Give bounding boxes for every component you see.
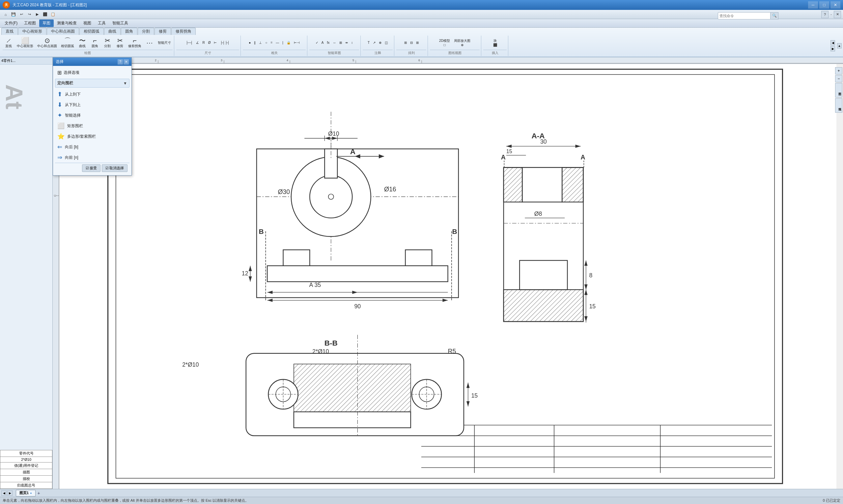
smart-auto-btn[interactable]: A (320, 40, 325, 45)
trim-corner-btn[interactable]: ⌐修剪拐角 (126, 36, 143, 49)
note-leader-btn[interactable]: ↗ (372, 40, 377, 45)
tab-prev-btn[interactable]: ◀ (1, 490, 6, 496)
ribbon-tab-curve[interactable]: 曲线 (104, 28, 121, 35)
redo-btn[interactable]: ↪ (26, 11, 33, 18)
nav-prev-btn[interactable]: ◀ (830, 40, 835, 46)
insert-block-btn[interactable]: 块⬛ (489, 38, 501, 48)
line-btn[interactable]: ⟋直线 (3, 36, 15, 49)
smart-offset-btn[interactable]: ⤄ (344, 40, 349, 45)
tangent-arc-btn[interactable]: ⌒相切圆弧 (59, 36, 76, 49)
drawing-area[interactable]: 卢薪宇 (59, 64, 837, 489)
view-region-btn[interactable]: 局部放大图⊕ (452, 38, 472, 48)
cancel-select-btn[interactable]: ☑ 取消选择 (102, 164, 127, 172)
ribbon-tab-arc[interactable]: 相切圆弧 (79, 28, 104, 35)
play-btn[interactable]: ▶ (34, 11, 41, 18)
view-2d-btn[interactable]: 2D模型□ (437, 38, 452, 48)
zoom-out-btn[interactable]: − (835, 75, 842, 82)
center-circle-btn[interactable]: ⊙中心和点画圆 (36, 36, 59, 49)
smart-pattern-btn[interactable]: ⊞ (338, 40, 343, 45)
accept-btn[interactable]: ☑ 接受 (82, 164, 101, 172)
tab-add-btn[interactable]: + (36, 490, 41, 496)
selection-dialog-body: ⊞ 选择选项 定向围栏 ▼ ⬆ 从上到下 ⬇ 从下到上 ✦ 智能选择 (53, 66, 131, 175)
select-poly-fence[interactable]: ⭐ 多边形/套索围栏 (55, 131, 129, 142)
rel-horiz-btn[interactable]: — (274, 40, 280, 45)
home-btn[interactable]: ⌂ (2, 11, 9, 18)
save-btn[interactable]: 💾 (10, 11, 17, 18)
arrange-space-btn[interactable]: ⊟ (409, 40, 414, 45)
split-btn[interactable]: ✂分割 (102, 36, 113, 49)
rel-midpoint-btn[interactable]: ⊢⊣ (292, 40, 301, 45)
menu-sketch[interactable]: 草图 (39, 19, 54, 27)
curve-btn[interactable]: 〜曲线 (76, 36, 88, 49)
search-input[interactable] (718, 12, 771, 19)
search-btn[interactable]: 🔍 (771, 12, 778, 19)
note-symbol-btn[interactable]: ⊕ (378, 40, 383, 45)
select-backward[interactable]: ⇐ 向后 [b] (55, 142, 129, 152)
menu-view[interactable]: 视图 (80, 19, 94, 27)
ribbon-tab-line[interactable]: 直线 (1, 28, 18, 35)
minimize-btn[interactable]: ─ (808, 1, 818, 8)
select-bottom-to-top[interactable]: ⬇ 从下到上 (55, 100, 129, 110)
rel-fix-btn[interactable]: 🔒 (285, 40, 292, 45)
more-draw-btn[interactable]: ⋯ (144, 38, 156, 47)
stop-btn[interactable]: ⬛ (41, 11, 49, 18)
help-btn[interactable]: ? (821, 11, 828, 18)
ribbon-tab-split[interactable]: 分割 (138, 28, 154, 35)
trim-btn[interactable]: ✂修剪 (114, 36, 126, 49)
top-to-bottom-label: 从上到下 (65, 92, 81, 97)
menu-engineering[interactable]: 工程图 (21, 19, 39, 27)
layers-btn[interactable]: 图层 (835, 83, 842, 97)
tab-page1[interactable]: 图页1 ● (16, 490, 36, 497)
select-smart[interactable]: ✦ 智能选择 (55, 110, 129, 121)
menu-tools[interactable]: 工具 (94, 19, 109, 27)
select-forward[interactable]: ⇒ 向前 [n] (55, 152, 129, 163)
tab-next-btn[interactable]: ▶ (7, 490, 13, 496)
undo-btn[interactable]: ↩ (18, 11, 25, 18)
dim-radius-btn[interactable]: R (201, 40, 206, 45)
note-text-btn[interactable]: T (366, 40, 371, 45)
smart-project-btn[interactable]: ↕ (350, 40, 354, 45)
dim-angular-btn[interactable]: ∠ (195, 40, 200, 45)
copy-btn[interactable]: 📋 (49, 11, 57, 18)
nav-next-btn[interactable]: ▶ (830, 46, 835, 51)
ribbon-tab-trim[interactable]: 修剪 (155, 28, 171, 35)
smart-dim-btn[interactable]: 智能尺寸 (156, 39, 173, 46)
zoom-in-btn[interactable]: + (835, 67, 842, 74)
dialog-help-btn[interactable]: ? (118, 59, 123, 65)
rel-tangent-btn[interactable]: ○ (264, 40, 268, 45)
ribbon-tab-circle[interactable]: 中心和点画圆 (47, 28, 79, 35)
fillet-btn[interactable]: ⌐圆角 (89, 36, 101, 49)
rel-parallel-btn[interactable]: ∥ (253, 40, 257, 45)
dialog-close-btn[interactable]: ✕ (124, 59, 129, 65)
define-fence-header[interactable]: 定向围栏 ▼ (55, 79, 129, 88)
properties-btn[interactable]: 属性 (835, 98, 842, 113)
arrange-align-btn[interactable]: ⊞ (403, 40, 408, 45)
ribbon-collapse-btn[interactable]: ▲ (837, 43, 842, 49)
dim-linear-btn[interactable]: ├─┤ (184, 40, 194, 45)
smart-check-btn[interactable]: ✓ (314, 40, 320, 45)
center-rect-btn[interactable]: ⬜中心画矩形 (15, 36, 35, 49)
select-rect-fence[interactable]: ⬜ 矩形围栏 (55, 121, 129, 131)
rel-equal-btn[interactable]: = (269, 40, 274, 45)
menu-file[interactable]: 文件(F) (1, 19, 21, 27)
smart-param-btn[interactable]: fx (325, 40, 331, 45)
restore-btn[interactable]: □ (819, 1, 829, 8)
menu-smart-tools[interactable]: 智能工具 (109, 19, 131, 27)
select-options-btn[interactable]: ⊞ 选择选项 (55, 68, 129, 77)
note-datum-btn[interactable]: ◫ (383, 40, 389, 45)
menu-measure[interactable]: 测量与检查 (54, 19, 80, 27)
rel-vert-btn[interactable]: | (281, 40, 285, 45)
dim-ordinate-btn[interactable]: ⊢ (213, 40, 218, 45)
select-top-to-bottom[interactable]: ⬆ 从上到下 (55, 89, 129, 100)
dim-diameter-btn[interactable]: Ø (207, 40, 212, 45)
rel-perp-btn[interactable]: ⊥ (257, 40, 263, 45)
close-btn[interactable]: ✕ (830, 1, 840, 8)
close-app-btn[interactable]: ✕ (834, 11, 841, 18)
arrange-group-btn[interactable]: ⊞ (415, 40, 420, 45)
ribbon-tab-trim-corner[interactable]: 修剪拐角 (171, 28, 196, 35)
smart-mirror-btn[interactable]: ↔ (331, 40, 337, 45)
ribbon-tab-fillet[interactable]: 圆角 (121, 28, 137, 35)
dim-chain-btn[interactable]: ├┤├┤ (219, 40, 231, 45)
ribbon-tab-center-rect[interactable]: 中心画矩形 (18, 28, 47, 35)
rel-coincident-btn[interactable]: ● (247, 40, 252, 45)
